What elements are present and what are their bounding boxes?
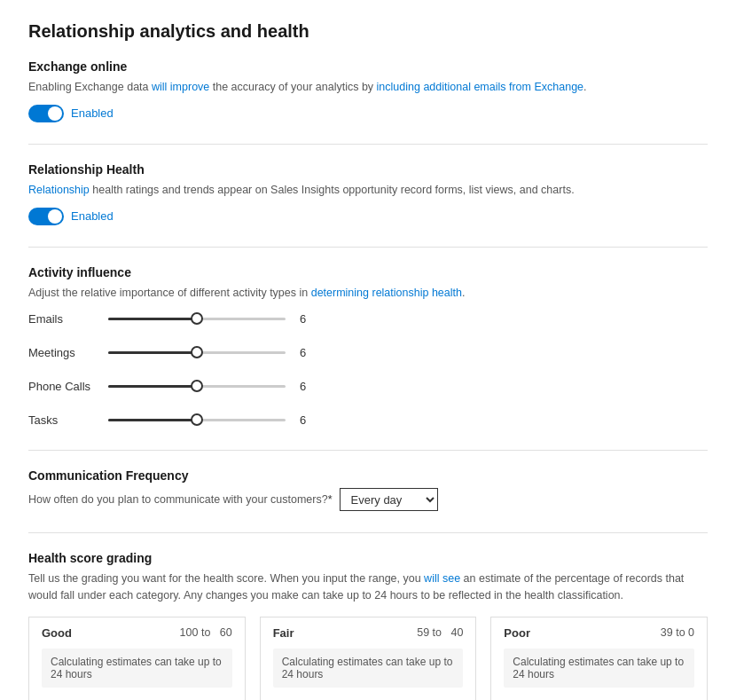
grade-range-fair: 59 to 40 [417, 626, 463, 639]
grade-fair-estimate: Calculating estimates can take up to 24 … [282, 656, 453, 680]
exchange-online-toggle-row: Enabled [28, 105, 708, 122]
sliders-container: Emails 6 Meetings 6 Phone Calls [28, 310, 708, 429]
grade-card-poor: Poor 39 to 0 Calculating estimates can t… [490, 617, 708, 700]
activity-influence-heading: Activity influence [28, 265, 708, 279]
slider-phonecalls[interactable] [108, 377, 286, 395]
desc-text-3: . [583, 81, 586, 93]
slider-value-emails: 6 [300, 312, 314, 326]
exchange-online-description: Enabling Exchange data will improve the … [28, 79, 708, 96]
exchange-online-heading: Exchange online [28, 59, 708, 74]
page-title: Relationship analytics and health [28, 21, 708, 42]
asterisk: * [328, 493, 333, 506]
grade-title-fair: Fair [273, 626, 294, 640]
desc-link-improve: will improve [152, 81, 209, 93]
grade-card-poor-header: Poor 39 to 0 [504, 626, 694, 640]
exchange-online-toggle[interactable] [28, 105, 64, 122]
relationship-health-description: Relationship health ratings and trends a… [28, 182, 708, 199]
communication-frequency-heading: Communication Frequency [28, 468, 708, 483]
slider-row-tasks: Tasks 6 [28, 411, 708, 429]
ai-desc-1: Adjust the relative importance of differ… [28, 287, 311, 299]
grade-card-good-header: Good 100 to 60 [42, 626, 232, 640]
slider-value-phonecalls: 6 [300, 380, 314, 393]
desc-text-1: Enabling Exchange data [28, 81, 152, 93]
ai-desc-2: . [462, 287, 465, 299]
grade-cards-container: Good 100 to 60 Calculating estimates can… [28, 617, 708, 700]
slider-label-phonecalls: Phone Calls [28, 380, 108, 393]
grade-range-good: 100 to 60 [180, 626, 232, 639]
desc-rh-text: health ratings and trends appear on Sale… [90, 184, 575, 196]
activity-influence-section: Activity influence Adjust the relative i… [28, 265, 708, 429]
activity-influence-description: Adjust the relative importance of differ… [28, 285, 708, 302]
grade-good-estimate: Calculating estimates can take up to 24 … [51, 656, 222, 680]
desc-link-including: including additional emails from Exchang… [377, 81, 583, 93]
slider-row-meetings: Meetings 6 [28, 343, 708, 361]
slider-value-meetings: 6 [300, 346, 314, 359]
relationship-health-section: Relationship Health Relationship health … [28, 162, 708, 225]
frequency-select[interactable]: Every day Every week Every month [340, 488, 438, 511]
desc-text-2: the accuracy of your analytics by [209, 81, 376, 93]
grade-range-poor: 39 to 0 [661, 626, 694, 639]
grade-card-fair: Fair 59 to 40 Calculating estimates can … [260, 617, 477, 700]
grade-card-good-body: Calculating estimates can take up to 24 … [42, 649, 232, 688]
relationship-health-heading: Relationship Health [28, 162, 708, 177]
divider-2 [28, 247, 708, 248]
divider-1 [28, 144, 708, 145]
frequency-question: How often do you plan to communicate wit… [28, 493, 333, 506]
slider-label-meetings: Meetings [28, 346, 108, 359]
relationship-health-toggle[interactable] [28, 208, 64, 225]
health-score-grading-heading: Health score grading [28, 551, 708, 565]
slider-label-emails: Emails [28, 312, 108, 326]
slider-tasks[interactable] [108, 411, 286, 429]
slider-emails[interactable] [108, 310, 286, 327]
slider-row-phonecalls: Phone Calls 6 [28, 377, 708, 395]
exchange-online-toggle-label: Enabled [71, 106, 114, 120]
desc-link-relationship: Relationship [28, 184, 90, 196]
divider-4 [28, 532, 708, 533]
slider-row-emails: Emails 6 [28, 310, 708, 327]
grade-title-good: Good [42, 626, 72, 640]
slider-value-tasks: 6 [300, 413, 314, 427]
grade-card-fair-header: Fair 59 to 40 [273, 626, 464, 640]
hsg-desc-1: Tell us the grading you want for the hea… [28, 572, 424, 585]
health-score-grading-description: Tell us the grading you want for the hea… [28, 570, 708, 604]
frequency-row: How often do you plan to communicate wit… [28, 488, 708, 511]
exchange-online-section: Exchange online Enabling Exchange data w… [28, 59, 708, 122]
hsg-desc-link: will see [424, 572, 460, 585]
divider-3 [28, 450, 708, 451]
communication-frequency-section: Communication Frequency How often do you… [28, 468, 708, 511]
grade-title-poor: Poor [504, 626, 530, 640]
slider-label-tasks: Tasks [28, 413, 108, 427]
grade-poor-estimate: Calculating estimates can take up to 24 … [513, 656, 684, 680]
ai-desc-link: determining relationship health [311, 287, 462, 299]
grade-card-fair-body: Calculating estimates can take up to 24 … [273, 649, 464, 688]
slider-meetings[interactable] [108, 343, 286, 361]
health-score-grading-section: Health score grading Tell us the grading… [28, 551, 708, 700]
relationship-health-toggle-row: Enabled [28, 208, 708, 225]
relationship-health-toggle-label: Enabled [71, 209, 114, 223]
grade-card-good: Good 100 to 60 Calculating estimates can… [28, 617, 246, 700]
grade-card-poor-body: Calculating estimates can take up to 24 … [504, 649, 694, 688]
